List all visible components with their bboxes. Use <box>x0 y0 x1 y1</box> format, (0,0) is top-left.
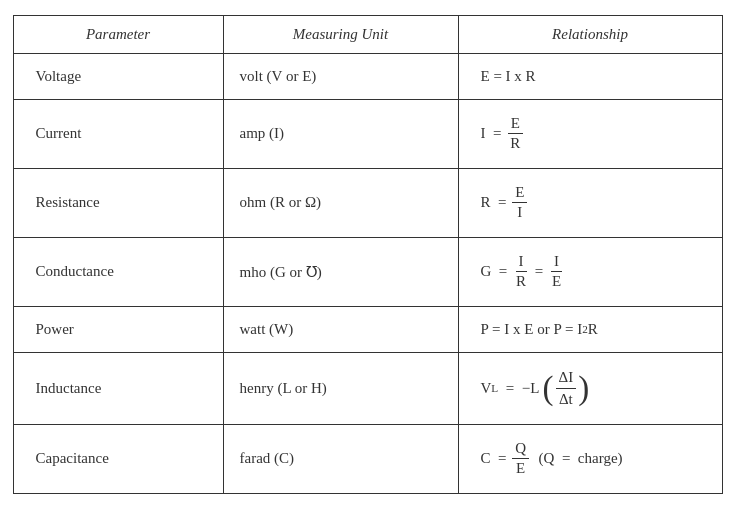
rel-text: E = I x R <box>481 68 536 85</box>
rel-cell: P = I x E or P = I2R <box>459 307 722 352</box>
rel-cell: R = E I <box>459 169 722 237</box>
table-row: Power watt (W) P = I x E or P = I2R <box>14 307 722 353</box>
param-cell: Capacitance <box>14 425 224 493</box>
rel-text: VL = −L ( ΔI Δt ) <box>481 367 590 410</box>
fraction: I R <box>513 252 529 292</box>
unit-text: ohm (R or Ω) <box>240 194 322 211</box>
unit-cell: mho (G or ℧) <box>224 238 459 306</box>
rel-text: P = I x E or P = I2R <box>481 321 598 338</box>
left-paren: ( <box>543 372 554 405</box>
numerator: Q <box>512 439 529 460</box>
denominator: E <box>549 272 564 292</box>
fraction: E R <box>507 114 523 154</box>
unit-cell: henry (L or H) <box>224 353 459 424</box>
denominator: R <box>507 134 523 154</box>
denominator: E <box>513 459 528 479</box>
unit-text: mho (G or ℧) <box>240 263 322 281</box>
header-param-text: Parameter <box>86 26 150 43</box>
numerator: ΔI <box>556 367 577 389</box>
param-cell: Resistance <box>14 169 224 237</box>
rel-text: R = E I <box>481 183 530 223</box>
table-row: Capacitance farad (C) C = Q E (Q = charg… <box>14 425 722 493</box>
param-cell: Power <box>14 307 224 352</box>
param-cell: Voltage <box>14 54 224 99</box>
main-table: Parameter Measuring Unit Relationship Vo… <box>13 15 723 494</box>
right-paren: ) <box>578 372 589 405</box>
rel-text: I = E R <box>481 114 526 154</box>
rel-text: G = I R = I E <box>481 252 567 292</box>
rel-text: C = Q E (Q = charge) <box>481 439 623 479</box>
unit-cell: watt (W) <box>224 307 459 352</box>
header-unit: Measuring Unit <box>224 16 459 53</box>
param-cell: Conductance <box>14 238 224 306</box>
param-cell: Inductance <box>14 353 224 424</box>
rel-cell: I = E R <box>459 100 722 168</box>
denominator: R <box>513 272 529 292</box>
unit-cell: volt (V or E) <box>224 54 459 99</box>
denominator: I <box>514 203 525 223</box>
unit-text: amp (I) <box>240 125 285 142</box>
fraction: I E <box>549 252 564 292</box>
param-text: Voltage <box>36 68 82 85</box>
unit-cell: amp (I) <box>224 100 459 168</box>
table-row: Inductance henry (L or H) VL = −L ( ΔI Δ… <box>14 353 722 425</box>
numerator: E <box>512 183 527 204</box>
rel-cell: C = Q E (Q = charge) <box>459 425 722 493</box>
rel-cell: E = I x R <box>459 54 722 99</box>
table-header-row: Parameter Measuring Unit Relationship <box>14 16 722 54</box>
rel-cell: VL = −L ( ΔI Δt ) <box>459 353 722 424</box>
param-text: Power <box>36 321 74 338</box>
param-text: Capacitance <box>36 450 109 467</box>
unit-cell: farad (C) <box>224 425 459 493</box>
fraction: E I <box>512 183 527 223</box>
delta-fraction: ΔI Δt <box>556 367 577 410</box>
table-row: Resistance ohm (R or Ω) R = E I <box>14 169 722 238</box>
header-rel: Relationship <box>459 16 722 53</box>
numerator: I <box>551 252 562 273</box>
unit-text: volt (V or E) <box>240 68 317 85</box>
header-unit-text: Measuring Unit <box>293 26 388 43</box>
table-row: Conductance mho (G or ℧) G = I R = I E <box>14 238 722 307</box>
rel-cell: G = I R = I E <box>459 238 722 306</box>
header-rel-text: Relationship <box>552 26 628 43</box>
header-param: Parameter <box>14 16 224 53</box>
numerator: E <box>508 114 523 135</box>
param-text: Inductance <box>36 380 102 397</box>
unit-text: henry (L or H) <box>240 380 327 397</box>
unit-text: watt (W) <box>240 321 294 338</box>
table-row: Current amp (I) I = E R <box>14 100 722 169</box>
fraction: Q E <box>512 439 529 479</box>
unit-cell: ohm (R or Ω) <box>224 169 459 237</box>
unit-text: farad (C) <box>240 450 295 467</box>
param-cell: Current <box>14 100 224 168</box>
param-text: Current <box>36 125 82 142</box>
param-text: Conductance <box>36 263 114 280</box>
table-row: Voltage volt (V or E) E = I x R <box>14 54 722 100</box>
denominator: Δt <box>556 389 576 410</box>
param-text: Resistance <box>36 194 100 211</box>
numerator: I <box>516 252 527 273</box>
